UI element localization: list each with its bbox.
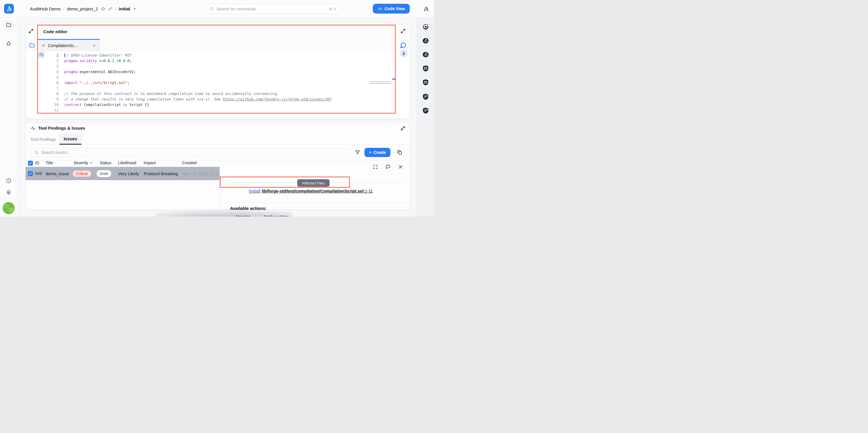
severity-badge: Critical — [72, 167, 91, 180]
edit-pencil-icon[interactable] — [108, 7, 113, 11]
code-icon — [378, 6, 382, 11]
code-line: 11 — [26, 107, 409, 113]
sidebar-item-files[interactable] — [4, 20, 13, 30]
fullscreen-icon[interactable] — [373, 164, 378, 169]
shield-scan-tool-icon[interactable] — [422, 93, 429, 100]
code-line: 9// a change that results in very long c… — [26, 96, 409, 102]
code-view-button[interactable]: Code View — [373, 4, 410, 13]
breadcrumb-separator: / — [115, 6, 116, 11]
findings-title: Tool Findings & Issues — [38, 126, 85, 130]
column-title: Title — [45, 160, 53, 165]
favorite-star-icon[interactable] — [101, 6, 105, 11]
column-severity[interactable]: Severity — [73, 160, 93, 165]
sidebar-item-info[interactable] — [6, 178, 11, 184]
close-icon[interactable] — [398, 164, 403, 169]
code-line: 6import "../../src/Script.sol"; — [26, 80, 409, 86]
column-id: ID — [35, 160, 39, 165]
shield-cube-tool-icon[interactable] — [422, 65, 429, 72]
comments-bubble-icon[interactable] — [400, 42, 407, 49]
audithub-app: AuditHub Demo / demo_project_2 / initial… — [0, 0, 434, 216]
breadcrumb: AuditHub Demo / demo_project_2 / initial — [30, 0, 136, 17]
issue-id: 649 — [35, 167, 42, 180]
sidebar-divider — [0, 174, 17, 175]
code-editor-title: Code editor — [43, 29, 67, 34]
runner-tool-icon[interactable] — [422, 51, 429, 58]
row-checkbox[interactable] — [28, 171, 33, 176]
affected-file-path: lib/forge-std/test/compilation/Compilati… — [262, 189, 373, 193]
issue-likelihood: Very Likely — [118, 167, 139, 180]
minimap-slider[interactable] — [392, 79, 396, 80]
user-avatar[interactable] — [3, 202, 15, 214]
search-icon — [209, 7, 214, 11]
status-badge: Draft — [96, 167, 112, 180]
breadcrumb-app[interactable]: AuditHub Demo — [30, 6, 61, 11]
version-chevron-up-icon[interactable] — [133, 7, 136, 11]
app-logo[interactable] — [4, 4, 14, 13]
column-created: Created — [182, 160, 196, 165]
shield-cube-tool-icon[interactable] — [422, 79, 429, 86]
copy-icon[interactable] — [397, 150, 403, 155]
affected-file-link[interactable]: [initial] lib/forge-std/test/compilation… — [249, 189, 373, 193]
code-editor-panel: Code editor CompilationSc... × 1// SPDX-… — [25, 24, 410, 119]
column-likelihood: Likelihood — [118, 160, 136, 165]
findings-tab-bar: Tool Findings Issues — [26, 134, 409, 145]
findings-header: Tool Findings & Issues — [26, 123, 409, 134]
command-search-input[interactable]: Search for commands ⌘ K — [205, 4, 341, 14]
issue-row[interactable]: 649 demo_issue Critical Draft Very Likel… — [26, 167, 220, 180]
tab-issues[interactable]: Issues — [59, 134, 82, 145]
code-line: 1// SPDX-License-Identifier: MIT — [26, 53, 409, 58]
comments-count-badge: 2 — [400, 50, 407, 57]
code-line: 10contract CompilationScript is Script {… — [26, 102, 409, 107]
issue-title: demo_issue — [45, 167, 69, 180]
sort-chevron-down-icon — [89, 161, 93, 165]
file-code-icon — [41, 43, 45, 47]
add-comment-icon[interactable] — [38, 52, 44, 58]
create-issue-button[interactable]: +Create — [365, 148, 391, 157]
search-icon — [34, 150, 39, 155]
sidebar-item-favorites[interactable] — [6, 41, 11, 47]
column-status: Status — [100, 160, 112, 165]
breadcrumb-separator: / — [63, 6, 64, 11]
comment-icon[interactable] — [385, 164, 391, 169]
code-line: 2pragma solidity >=0.6.2 <0.9.0; — [26, 58, 409, 63]
code-line: 4pragma experimental ABIEncoderV2; — [26, 69, 409, 74]
command-search-shortcut: ⌘ K — [329, 7, 336, 11]
runner-tool-icon[interactable] — [422, 37, 429, 44]
collapse-icon[interactable] — [400, 126, 406, 131]
breadcrumb-version[interactable]: initial — [119, 6, 130, 11]
bottom-shadow — [156, 209, 291, 216]
select-all-checkbox[interactable] — [28, 161, 33, 166]
left-sidebar — [0, 17, 18, 216]
affected-file-version-tag: [initial] — [249, 189, 260, 193]
expand-icon[interactable] — [400, 28, 406, 34]
cat-tool-icon[interactable] — [422, 23, 429, 31]
tab-tool-findings[interactable]: Tool Findings — [30, 134, 56, 145]
issue-impact: Protocol Breaking — [144, 167, 178, 180]
pulse-icon — [30, 125, 36, 131]
editor-tab-strip: CompilationSc... × — [26, 39, 409, 51]
sidebar-item-settings[interactable] — [6, 190, 11, 195]
right-toolbar — [417, 17, 434, 216]
issue-created: Nov 26, 2025, 11:4 — [182, 167, 218, 180]
expand-icon[interactable] — [28, 28, 34, 34]
tab-compilationscript[interactable]: CompilationSc... × — [37, 39, 100, 51]
tools-icon[interactable] — [423, 5, 429, 12]
code-lines: 1// SPDX-License-Identifier: MIT2pragma … — [26, 53, 409, 113]
code-line: 5 — [26, 74, 409, 80]
file-tree-icon[interactable] — [29, 42, 35, 49]
issues-search-input[interactable]: Search issues... — [30, 148, 350, 157]
code-line: 3 — [26, 63, 409, 69]
code-area[interactable]: 1// SPDX-License-Identifier: MIT2pragma … — [26, 51, 409, 118]
column-impact: Impact — [144, 160, 156, 165]
command-search-placeholder: Search for commands — [216, 7, 326, 11]
code-line: 8// The purpose of this contract is to b… — [26, 91, 409, 96]
breadcrumb-project[interactable]: demo_project_2 — [67, 6, 98, 11]
filter-icon[interactable] — [354, 150, 361, 155]
affected-files-badge: Affected Files — [297, 179, 330, 187]
shield-scan-tool-icon[interactable] — [422, 107, 429, 114]
issues-table-header: ID Title Severity Status Likelihood Impa… — [26, 160, 220, 167]
minimap[interactable] — [370, 79, 396, 89]
tab-close-icon[interactable]: × — [93, 43, 95, 48]
top-bar: AuditHub Demo / demo_project_2 / initial… — [0, 0, 434, 18]
issue-detail-panel: Affected Files [initial] lib/forge-std/t… — [220, 160, 410, 210]
